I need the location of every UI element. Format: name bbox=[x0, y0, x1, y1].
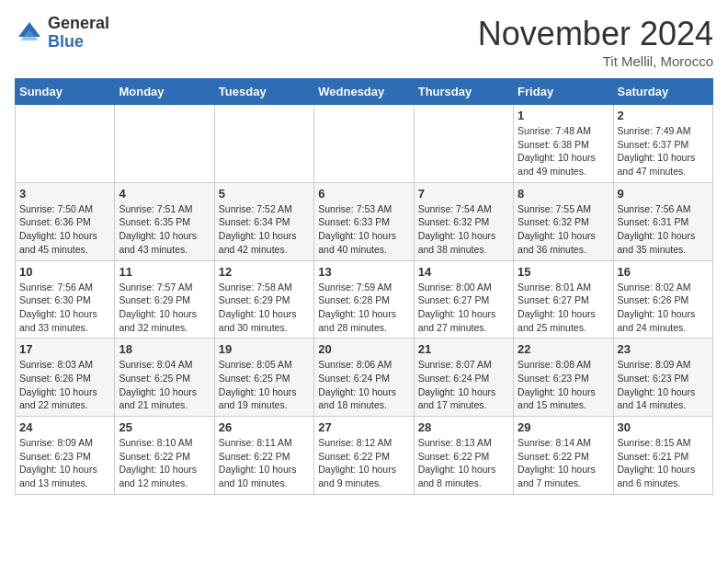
day-info: Sunrise: 7:56 AM Sunset: 6:31 PM Dayligh… bbox=[618, 202, 709, 257]
day-number: 14 bbox=[418, 265, 509, 279]
calendar-cell: 25Sunrise: 8:10 AM Sunset: 6:22 PM Dayli… bbox=[115, 417, 214, 495]
calendar-cell: 30Sunrise: 8:15 AM Sunset: 6:21 PM Dayli… bbox=[613, 417, 712, 495]
calendar-cell bbox=[214, 105, 313, 183]
weekday-header: Thursday bbox=[414, 79, 513, 105]
calendar-cell: 1Sunrise: 7:48 AM Sunset: 6:38 PM Daylig… bbox=[514, 105, 613, 183]
logo-text: General Blue bbox=[48, 15, 109, 52]
day-info: Sunrise: 8:09 AM Sunset: 6:23 PM Dayligh… bbox=[19, 436, 110, 490]
header: General Blue November 2024 Tit Mellil, M… bbox=[15, 15, 713, 69]
calendar-cell: 14Sunrise: 8:00 AM Sunset: 6:27 PM Dayli… bbox=[414, 260, 513, 339]
day-number: 22 bbox=[518, 342, 609, 356]
logo-icon bbox=[15, 18, 44, 48]
day-info: Sunrise: 7:56 AM Sunset: 6:30 PM Dayligh… bbox=[19, 281, 110, 335]
calendar-cell: 24Sunrise: 8:09 AM Sunset: 6:23 PM Dayli… bbox=[16, 417, 115, 495]
calendar-cell: 5Sunrise: 7:52 AM Sunset: 6:34 PM Daylig… bbox=[214, 182, 313, 260]
weekday-header: Saturday bbox=[613, 79, 712, 105]
day-number: 27 bbox=[318, 420, 409, 434]
calendar-week-row: 10Sunrise: 7:56 AM Sunset: 6:30 PM Dayli… bbox=[16, 260, 713, 339]
calendar-cell: 6Sunrise: 7:53 AM Sunset: 6:33 PM Daylig… bbox=[314, 182, 414, 260]
day-number: 3 bbox=[19, 187, 110, 201]
calendar-week-row: 24Sunrise: 8:09 AM Sunset: 6:23 PM Dayli… bbox=[16, 417, 713, 495]
day-info: Sunrise: 8:05 AM Sunset: 6:25 PM Dayligh… bbox=[219, 358, 310, 412]
day-info: Sunrise: 8:01 AM Sunset: 6:27 PM Dayligh… bbox=[518, 281, 609, 335]
day-number: 8 bbox=[518, 187, 609, 201]
day-info: Sunrise: 7:59 AM Sunset: 6:28 PM Dayligh… bbox=[318, 281, 409, 335]
calendar-cell: 7Sunrise: 7:54 AM Sunset: 6:32 PM Daylig… bbox=[414, 182, 513, 260]
calendar-cell: 11Sunrise: 7:57 AM Sunset: 6:29 PM Dayli… bbox=[115, 260, 214, 339]
calendar-cell: 9Sunrise: 7:56 AM Sunset: 6:31 PM Daylig… bbox=[613, 182, 712, 260]
day-number: 13 bbox=[318, 265, 409, 279]
day-number: 17 bbox=[19, 342, 110, 356]
calendar-week-row: 1Sunrise: 7:48 AM Sunset: 6:38 PM Daylig… bbox=[16, 105, 713, 183]
day-info: Sunrise: 8:00 AM Sunset: 6:27 PM Dayligh… bbox=[418, 281, 509, 335]
calendar-cell: 28Sunrise: 8:13 AM Sunset: 6:22 PM Dayli… bbox=[414, 417, 513, 495]
weekday-header: Sunday bbox=[16, 79, 115, 105]
calendar-cell: 3Sunrise: 7:50 AM Sunset: 6:36 PM Daylig… bbox=[16, 182, 115, 260]
calendar-table: SundayMondayTuesdayWednesdayThursdayFrid… bbox=[15, 78, 713, 495]
calendar-cell bbox=[115, 105, 214, 183]
calendar-cell: 15Sunrise: 8:01 AM Sunset: 6:27 PM Dayli… bbox=[514, 260, 613, 339]
day-info: Sunrise: 8:02 AM Sunset: 6:26 PM Dayligh… bbox=[618, 281, 709, 335]
calendar-cell: 29Sunrise: 8:14 AM Sunset: 6:22 PM Dayli… bbox=[514, 417, 613, 495]
calendar-cell: 19Sunrise: 8:05 AM Sunset: 6:25 PM Dayli… bbox=[214, 339, 313, 417]
day-info: Sunrise: 7:55 AM Sunset: 6:32 PM Dayligh… bbox=[518, 202, 609, 257]
day-number: 19 bbox=[219, 342, 310, 356]
day-number: 20 bbox=[318, 342, 409, 356]
day-number: 28 bbox=[418, 420, 509, 434]
day-number: 15 bbox=[518, 265, 609, 279]
day-number: 29 bbox=[518, 420, 609, 434]
day-info: Sunrise: 8:09 AM Sunset: 6:23 PM Dayligh… bbox=[618, 358, 709, 412]
calendar-cell: 16Sunrise: 8:02 AM Sunset: 6:26 PM Dayli… bbox=[613, 260, 712, 339]
day-number: 1 bbox=[518, 109, 609, 122]
calendar-cell: 4Sunrise: 7:51 AM Sunset: 6:35 PM Daylig… bbox=[115, 182, 214, 260]
day-number: 10 bbox=[19, 265, 110, 279]
day-number: 5 bbox=[219, 187, 310, 201]
calendar-cell bbox=[16, 105, 115, 183]
weekday-header: Tuesday bbox=[214, 79, 313, 105]
day-info: Sunrise: 8:14 AM Sunset: 6:22 PM Dayligh… bbox=[518, 436, 609, 490]
day-info: Sunrise: 7:54 AM Sunset: 6:32 PM Dayligh… bbox=[418, 202, 509, 257]
day-number: 12 bbox=[219, 265, 310, 279]
logo-blue: Blue bbox=[48, 33, 109, 52]
calendar-cell: 2Sunrise: 7:49 AM Sunset: 6:37 PM Daylig… bbox=[613, 105, 712, 183]
day-number: 7 bbox=[418, 187, 509, 201]
day-number: 2 bbox=[618, 109, 709, 122]
day-info: Sunrise: 7:52 AM Sunset: 6:34 PM Dayligh… bbox=[219, 202, 310, 257]
day-info: Sunrise: 7:49 AM Sunset: 6:37 PM Dayligh… bbox=[618, 124, 709, 178]
logo: General Blue bbox=[15, 15, 109, 52]
day-info: Sunrise: 7:57 AM Sunset: 6:29 PM Dayligh… bbox=[119, 281, 210, 335]
day-number: 23 bbox=[618, 342, 709, 356]
day-info: Sunrise: 8:07 AM Sunset: 6:24 PM Dayligh… bbox=[418, 358, 509, 412]
calendar-cell: 10Sunrise: 7:56 AM Sunset: 6:30 PM Dayli… bbox=[16, 260, 115, 339]
location: Tit Mellil, Morocco bbox=[478, 53, 713, 69]
day-info: Sunrise: 7:53 AM Sunset: 6:33 PM Dayligh… bbox=[318, 202, 409, 257]
weekday-header: Wednesday bbox=[314, 79, 414, 105]
calendar-cell: 13Sunrise: 7:59 AM Sunset: 6:28 PM Dayli… bbox=[314, 260, 414, 339]
day-info: Sunrise: 7:48 AM Sunset: 6:38 PM Dayligh… bbox=[518, 124, 609, 178]
day-info: Sunrise: 8:12 AM Sunset: 6:22 PM Dayligh… bbox=[318, 436, 409, 490]
day-info: Sunrise: 8:13 AM Sunset: 6:22 PM Dayligh… bbox=[418, 436, 509, 490]
calendar-cell: 26Sunrise: 8:11 AM Sunset: 6:22 PM Dayli… bbox=[214, 417, 313, 495]
calendar-cell bbox=[314, 105, 414, 183]
day-info: Sunrise: 8:15 AM Sunset: 6:21 PM Dayligh… bbox=[618, 436, 709, 490]
day-info: Sunrise: 8:06 AM Sunset: 6:24 PM Dayligh… bbox=[318, 358, 409, 412]
calendar-cell: 27Sunrise: 8:12 AM Sunset: 6:22 PM Dayli… bbox=[314, 417, 414, 495]
day-info: Sunrise: 8:11 AM Sunset: 6:22 PM Dayligh… bbox=[219, 436, 310, 490]
calendar-cell bbox=[414, 105, 513, 183]
day-number: 24 bbox=[19, 420, 110, 434]
calendar-cell: 22Sunrise: 8:08 AM Sunset: 6:23 PM Dayli… bbox=[514, 339, 613, 417]
title-area: November 2024 Tit Mellil, Morocco bbox=[478, 15, 713, 69]
day-info: Sunrise: 7:51 AM Sunset: 6:35 PM Dayligh… bbox=[119, 202, 210, 257]
calendar-header-row: SundayMondayTuesdayWednesdayThursdayFrid… bbox=[16, 79, 713, 105]
day-number: 21 bbox=[418, 342, 509, 356]
month-title: November 2024 bbox=[478, 15, 713, 53]
day-info: Sunrise: 8:08 AM Sunset: 6:23 PM Dayligh… bbox=[518, 358, 609, 412]
calendar-cell: 20Sunrise: 8:06 AM Sunset: 6:24 PM Dayli… bbox=[314, 339, 414, 417]
calendar-cell: 17Sunrise: 8:03 AM Sunset: 6:26 PM Dayli… bbox=[16, 339, 115, 417]
calendar-cell: 12Sunrise: 7:58 AM Sunset: 6:29 PM Dayli… bbox=[214, 260, 313, 339]
calendar-cell: 21Sunrise: 8:07 AM Sunset: 6:24 PM Dayli… bbox=[414, 339, 513, 417]
weekday-header: Friday bbox=[514, 79, 613, 105]
day-number: 30 bbox=[618, 420, 709, 434]
day-number: 25 bbox=[119, 420, 210, 434]
day-info: Sunrise: 8:03 AM Sunset: 6:26 PM Dayligh… bbox=[19, 358, 110, 412]
